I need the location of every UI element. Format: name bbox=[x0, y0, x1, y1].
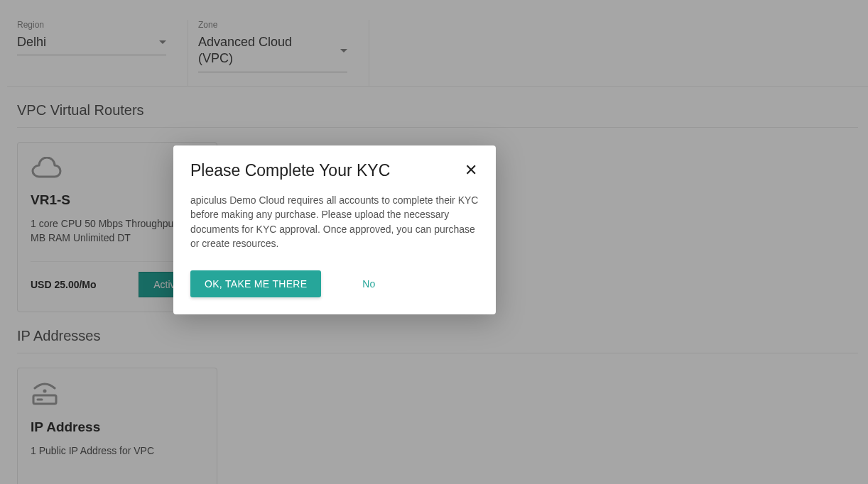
modal-title: Please Complete Your KYC bbox=[190, 161, 390, 180]
no-button[interactable]: No bbox=[348, 270, 389, 297]
modal-body: apiculus Demo Cloud requires all account… bbox=[190, 193, 479, 251]
modal-actions: OK, TAKE ME THERE No bbox=[190, 270, 479, 297]
ok-button[interactable]: OK, TAKE ME THERE bbox=[190, 270, 321, 297]
kyc-modal: Please Complete Your KYC ✕ apiculus Demo… bbox=[173, 145, 496, 314]
modal-header: Please Complete Your KYC ✕ bbox=[190, 161, 479, 180]
close-icon[interactable]: ✕ bbox=[463, 161, 479, 180]
